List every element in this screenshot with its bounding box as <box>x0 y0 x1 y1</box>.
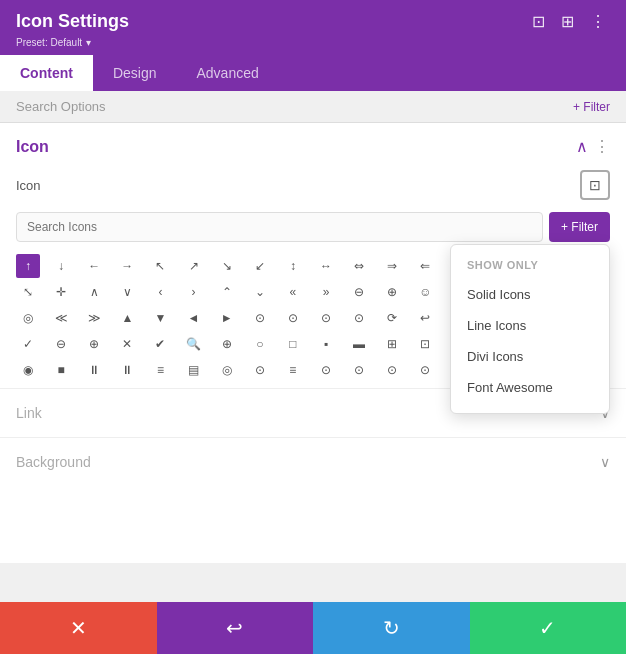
icon-cell[interactable]: ⊖ <box>49 332 73 356</box>
icon-label-row: Icon ⊡ <box>0 164 626 206</box>
icon-cell[interactable]: ⤡ <box>16 280 40 304</box>
icon-cell[interactable]: ⊖ <box>347 280 371 304</box>
icon-cell[interactable]: ⊙ <box>347 306 371 330</box>
icon-cell[interactable]: ⇔ <box>347 254 371 278</box>
icon-cell[interactable]: ■ <box>49 358 73 382</box>
icon-cell[interactable]: ⟳ <box>380 306 404 330</box>
icon-cell[interactable]: ◉ <box>16 358 40 382</box>
icon-cell[interactable]: ∧ <box>82 280 106 304</box>
icon-cell[interactable]: ⇐ <box>413 254 437 278</box>
header-top: Icon Settings ⊡ ⊞ ⋮ <box>16 10 610 33</box>
icon-cell[interactable]: ∨ <box>115 280 139 304</box>
dropdown-line-icons[interactable]: Line Icons <box>451 310 609 341</box>
icon-cell[interactable]: ↙ <box>248 254 272 278</box>
icon-cell[interactable]: ↩ <box>413 306 437 330</box>
icon-cell[interactable]: ← <box>82 254 106 278</box>
icon-cell[interactable]: ⊙ <box>314 306 338 330</box>
icon-cell[interactable]: ▼ <box>148 306 172 330</box>
icon-cell[interactable]: ⊙ <box>248 358 272 382</box>
icon-cell[interactable]: ◎ <box>215 358 239 382</box>
icon-cell[interactable]: ☺ <box>413 280 437 304</box>
icon-cell[interactable]: ✕ <box>115 332 139 356</box>
icon-cell[interactable]: ≡ <box>281 358 305 382</box>
icon-cell[interactable]: ⊡ <box>413 332 437 356</box>
icon-cell[interactable]: ⌃ <box>215 280 239 304</box>
icon-cell[interactable]: ⇒ <box>380 254 404 278</box>
columns-icon-btn[interactable]: ⊞ <box>557 10 578 33</box>
icon-cell[interactable]: ↑ <box>16 254 40 278</box>
cancel-button[interactable]: ✕ <box>0 602 157 654</box>
page-title: Icon Settings <box>16 11 129 32</box>
dropdown-divi-icons[interactable]: Divi Icons <box>451 341 609 372</box>
icon-cell[interactable]: ▪ <box>314 332 338 356</box>
icon-cell[interactable]: ↔ <box>314 254 338 278</box>
icon-cell[interactable]: ↕ <box>281 254 305 278</box>
icon-cell[interactable]: » <box>314 280 338 304</box>
preset-label[interactable]: Preset: Default ▾ <box>16 35 610 55</box>
more-options-btn[interactable]: ⋮ <box>586 10 610 33</box>
dropdown-font-awesome[interactable]: Font Awesome <box>451 372 609 403</box>
icon-cell[interactable]: ⊙ <box>248 306 272 330</box>
icon-cell[interactable]: ▲ <box>115 306 139 330</box>
icon-cell[interactable]: ✛ <box>49 280 73 304</box>
dropdown-solid-icons[interactable]: Solid Icons <box>451 279 609 310</box>
icon-cell[interactable]: ⊙ <box>347 358 371 382</box>
icon-cell[interactable]: ⊙ <box>380 358 404 382</box>
redo-button[interactable]: ↻ <box>313 602 470 654</box>
icon-cell[interactable]: ⊙ <box>281 306 305 330</box>
search-options-text: Search Options <box>16 99 106 114</box>
background-section-title: Background <box>16 454 91 470</box>
icon-cell[interactable]: ⊞ <box>380 332 404 356</box>
icon-cell[interactable]: □ <box>281 332 305 356</box>
icon-cell[interactable]: 🔍 <box>182 332 206 356</box>
icon-cell[interactable]: ⏸ <box>115 358 139 382</box>
dropdown-label: Show Only <box>451 255 609 279</box>
main-content: Search Options + Filter Icon ∧ ⋮ Icon ⊡ … <box>0 91 626 563</box>
section-title: Icon <box>16 138 49 156</box>
icon-cell[interactable]: ⊙ <box>314 358 338 382</box>
icon-cell[interactable]: ○ <box>248 332 272 356</box>
icon-cell[interactable]: ✓ <box>16 332 40 356</box>
tab-content[interactable]: Content <box>0 55 93 91</box>
icon-cell[interactable]: ⊕ <box>215 332 239 356</box>
icon-search-input[interactable] <box>16 212 543 242</box>
icon-cell[interactable]: › <box>182 280 206 304</box>
icon-search-row: + Filter <box>16 212 610 242</box>
icon-picker-button[interactable]: ⊡ <box>580 170 610 200</box>
icon-cell[interactable]: ‹ <box>148 280 172 304</box>
icon-cell[interactable]: ⊕ <box>380 280 404 304</box>
icon-cell[interactable]: ↘ <box>215 254 239 278</box>
link-section-title: Link <box>16 405 42 421</box>
section-more-button[interactable]: ⋮ <box>594 137 610 156</box>
icon-cell[interactable]: ◎ <box>16 306 40 330</box>
icon-cell[interactable]: ⊕ <box>82 332 106 356</box>
background-section[interactable]: Background ∨ <box>0 437 626 486</box>
icon-cell[interactable]: ≪ <box>49 306 73 330</box>
icon-cell[interactable]: ◄ <box>182 306 206 330</box>
save-button[interactable]: ✓ <box>470 602 627 654</box>
icon-cell[interactable]: ► <box>215 306 239 330</box>
icon-section: Icon ∧ ⋮ Icon ⊡ + Filter Show Only Solid… <box>0 123 626 388</box>
section-controls: ∧ ⋮ <box>576 137 610 156</box>
icon-cell[interactable]: ↗ <box>182 254 206 278</box>
tab-design[interactable]: Design <box>93 55 177 91</box>
icon-cell[interactable]: ≡ <box>148 358 172 382</box>
expand-icon-btn[interactable]: ⊡ <box>528 10 549 33</box>
icon-cell[interactable]: ≫ <box>82 306 106 330</box>
icon-cell[interactable]: ↖ <box>148 254 172 278</box>
icon-cell[interactable]: ▤ <box>182 358 206 382</box>
icon-cell[interactable]: ⏸ <box>82 358 106 382</box>
tab-advanced[interactable]: Advanced <box>176 55 278 91</box>
icon-cell[interactable]: ⊙ <box>413 358 437 382</box>
icon-cell[interactable]: « <box>281 280 305 304</box>
target-icon: ⊡ <box>589 177 601 193</box>
icon-cell[interactable]: ↓ <box>49 254 73 278</box>
icon-filter-button[interactable]: + Filter <box>549 212 610 242</box>
icon-cell[interactable]: ⌄ <box>248 280 272 304</box>
search-filter-button[interactable]: + Filter <box>573 100 610 114</box>
icon-cell[interactable]: ▬ <box>347 332 371 356</box>
icon-cell[interactable]: → <box>115 254 139 278</box>
icon-cell[interactable]: ✔ <box>148 332 172 356</box>
collapse-button[interactable]: ∧ <box>576 137 588 156</box>
undo-button[interactable]: ↩ <box>157 602 314 654</box>
